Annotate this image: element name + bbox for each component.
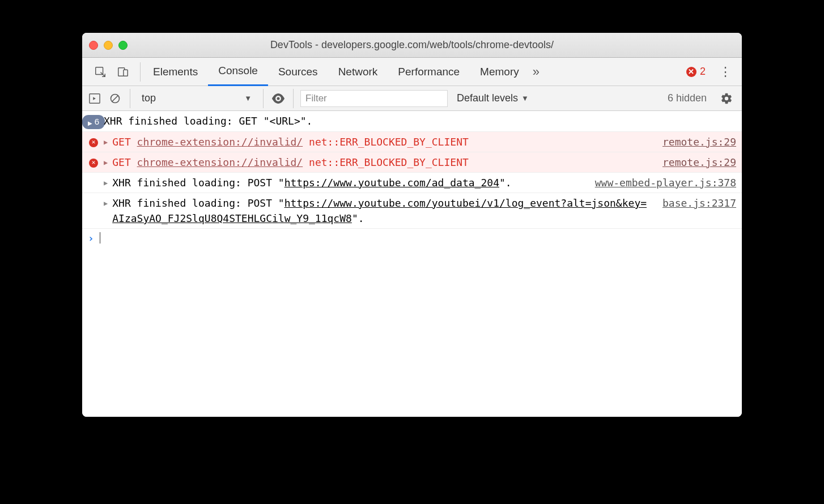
error-icon: ✕ [89, 159, 98, 168]
tab-sources[interactable]: Sources [268, 58, 328, 86]
error-icon: ✕ [686, 67, 696, 77]
repeat-count-pill: ▶ 6 [82, 115, 105, 129]
tab-performance[interactable]: Performance [388, 58, 470, 86]
live-expression-icon[interactable] [270, 91, 286, 106]
context-label: top [142, 92, 156, 104]
source-link[interactable]: www-embed-player.js:378 [595, 175, 736, 190]
console-error-message[interactable]: ✕ ▶ GET chrome-extension://invalid/ net:… [82, 132, 742, 152]
console-toolbar: top ▼ Default levels ▼ 6 hidden [82, 86, 742, 111]
log-levels-selector[interactable]: Default levels ▼ [452, 92, 533, 104]
svg-point-6 [277, 97, 280, 100]
console-log-message[interactable]: ▶ XHR finished loading: POST "https://ww… [82, 173, 742, 193]
request-url[interactable]: chrome-extension://invalid/ [137, 156, 303, 168]
text-cursor [100, 232, 100, 244]
devtools-window: DevTools - developers.google.com/web/too… [82, 33, 742, 417]
expand-triangle-icon: ▶ [88, 116, 92, 127]
console-message-grouped[interactable]: ▶ 6 XHR finished loading: GET "<URL>". [82, 111, 742, 132]
clear-console-icon[interactable] [107, 91, 123, 106]
panel-tabbar: Elements Console Sources Network Perform… [82, 58, 742, 86]
message-text: XHR finished loading: GET "<URL>". [104, 113, 736, 129]
pill-count: 6 [95, 116, 99, 129]
console-error-message[interactable]: ✕ ▶ GET chrome-extension://invalid/ net:… [82, 152, 742, 173]
log-prefix: XHR finished loading: POST " [112, 197, 284, 209]
show-console-sidebar-icon[interactable] [87, 91, 103, 106]
inspect-element-icon[interactable] [92, 64, 108, 80]
levels-label: Default levels [457, 92, 518, 104]
tabs-overflow-icon[interactable]: » [533, 65, 540, 79]
error-count: 2 [700, 66, 706, 78]
expand-triangle-icon: ▶ [104, 175, 108, 188]
separator [140, 62, 141, 82]
log-suffix: ". [499, 177, 512, 189]
svg-line-5 [112, 96, 118, 101]
http-method: GET [112, 156, 131, 168]
source-link[interactable]: remote.js:29 [662, 134, 736, 150]
request-url[interactable]: https://www.youtube.com/ad_data_204 [284, 177, 499, 189]
http-method: GET [112, 136, 131, 148]
log-suffix: ". [352, 212, 364, 224]
log-prefix: XHR finished loading: POST " [112, 177, 284, 189]
svg-rect-2 [124, 70, 128, 76]
tab-console[interactable]: Console [208, 58, 268, 86]
source-link[interactable]: remote.js:29 [662, 155, 736, 170]
execution-context-selector[interactable]: top ▼ [137, 90, 256, 107]
tab-elements[interactable]: Elements [143, 58, 208, 86]
request-url[interactable]: chrome-extension://invalid/ [137, 136, 303, 148]
chevron-down-icon: ▼ [521, 94, 529, 102]
settings-menu-icon[interactable]: ⋮ [712, 65, 738, 79]
window-title: DevTools - developers.google.com/web/too… [82, 39, 742, 51]
device-toolbar-icon[interactable] [115, 64, 131, 80]
console-log-message[interactable]: ▶ XHR finished loading: POST "https://ww… [82, 193, 742, 229]
console-settings-icon[interactable] [716, 92, 737, 105]
zoom-window-button[interactable] [118, 41, 128, 50]
traffic-lights [89, 41, 128, 50]
error-icon: ✕ [89, 138, 98, 147]
error-code: net::ERR_BLOCKED_BY_CLIENT [309, 156, 469, 168]
expand-triangle-icon: ▶ [104, 155, 108, 168]
separator [263, 89, 264, 108]
source-link[interactable]: base.js:2317 [662, 195, 736, 211]
chevron-down-icon: ▼ [244, 94, 252, 102]
filter-input[interactable] [300, 90, 448, 107]
close-window-button[interactable] [89, 41, 98, 50]
minimize-window-button[interactable] [104, 41, 113, 50]
tab-network[interactable]: Network [328, 58, 388, 86]
expand-triangle-icon: ▶ [104, 134, 108, 147]
console-output: ▶ 6 XHR finished loading: GET "<URL>". ✕… [82, 111, 742, 417]
error-count-badge[interactable]: ✕ 2 [686, 66, 706, 78]
error-code: net::ERR_BLOCKED_BY_CLIENT [309, 136, 469, 148]
expand-triangle-icon: ▶ [104, 195, 108, 208]
tab-memory[interactable]: Memory [470, 58, 529, 86]
prompt-caret-icon: › [88, 232, 94, 244]
console-prompt[interactable]: › [82, 229, 742, 247]
hidden-messages-count[interactable]: 6 hidden [663, 92, 711, 104]
separator [130, 89, 130, 108]
separator [293, 89, 294, 108]
titlebar: DevTools - developers.google.com/web/too… [82, 33, 742, 58]
